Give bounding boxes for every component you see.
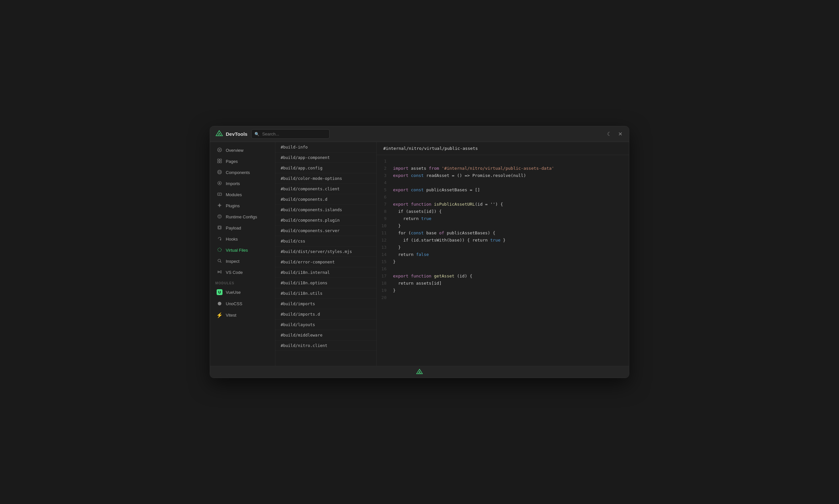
line-number: 2 [377, 165, 393, 172]
sidebar-label-vs-code: VS Code [226, 270, 243, 275]
code-line: 13 } [377, 244, 629, 251]
file-list-item[interactable]: #build/i18n.internal [276, 267, 377, 278]
code-header: #internal/nitro/virtual/public-assets [377, 142, 629, 155]
file-list-item[interactable]: #build/error-component [276, 257, 377, 267]
line-number: 5 [377, 186, 393, 194]
sidebar-label-runtime-configs: Runtime Configs [226, 214, 257, 219]
svg-point-13 [219, 217, 220, 218]
code-line: 9 return true [377, 215, 629, 222]
svg-rect-3 [220, 159, 222, 161]
file-list-item[interactable]: #build/components.client [276, 184, 377, 194]
overview-icon [216, 147, 223, 153]
file-list-item[interactable]: #build/components.d [276, 194, 377, 205]
file-list-item[interactable]: #build/color-mode-options [276, 173, 377, 184]
line-number: 14 [377, 251, 393, 258]
file-list-item[interactable]: #build/components.server [276, 226, 377, 236]
code-line: 7export function isPublicAssetURL(id = '… [377, 201, 629, 208]
logo-icon [215, 130, 223, 138]
file-list-item[interactable]: #build/imports.d [276, 309, 377, 320]
search-input[interactable] [251, 129, 330, 139]
sidebar-item-payload[interactable]: Payload [211, 222, 274, 233]
payload-icon [216, 225, 223, 231]
sidebar-item-pages[interactable]: Pages [211, 156, 274, 167]
theme-toggle-button[interactable]: ☾ [606, 130, 613, 139]
code-line: 15} [377, 258, 629, 265]
file-list-item[interactable]: #build/components.plugin [276, 215, 377, 226]
sidebar-item-vueuse[interactable]: U VueUse [211, 287, 274, 298]
app-logo: DevTools [215, 130, 247, 138]
search-bar[interactable]: 🔍 [251, 129, 330, 139]
line-number: 12 [377, 237, 393, 244]
virtual-files-icon [216, 248, 223, 253]
sidebar-item-unocss[interactable]: UnoCSS [211, 298, 274, 309]
line-code: } [393, 244, 629, 251]
file-list-item[interactable]: #build/i18n.utils [276, 288, 377, 299]
sidebar-item-imports[interactable]: Imports [211, 178, 274, 189]
close-button[interactable]: ✕ [617, 130, 624, 139]
file-list-item[interactable]: #build/app-component [276, 152, 377, 163]
line-number: 13 [377, 244, 393, 251]
modules-icon [216, 192, 223, 197]
code-line: 19} [377, 287, 629, 294]
modules-section-label: MODULES [210, 278, 275, 286]
sidebar: Overview Pages Components Imports [210, 142, 276, 366]
line-number: 17 [377, 273, 393, 280]
svg-point-6 [217, 170, 222, 174]
code-line: 18 return assets[id] [377, 280, 629, 287]
line-number: 8 [377, 208, 393, 215]
file-list-item[interactable]: #build/components.islands [276, 205, 377, 215]
vscode-icon [216, 270, 223, 275]
code-line: 20 [377, 294, 629, 301]
file-list-item[interactable]: #build/css [276, 236, 377, 247]
line-number: 10 [377, 222, 393, 230]
sidebar-label-vitest: Vitest [226, 313, 236, 318]
line-code: export function isPublicAssetURL(id = ''… [393, 201, 629, 208]
sidebar-item-modules[interactable]: Modules [211, 189, 274, 200]
file-list-item[interactable]: #build/middleware [276, 330, 377, 340]
bottom-logo-icon [416, 369, 423, 375]
sidebar-label-hooks: Hooks [226, 237, 238, 241]
sidebar-label-inspect: Inspect [226, 259, 240, 264]
code-line: 16 [377, 265, 629, 273]
code-line: 10 } [377, 222, 629, 230]
sidebar-item-inspect[interactable]: Inspect [211, 256, 274, 267]
line-code: if (id.startsWith(base)) { return true } [393, 237, 629, 244]
file-list-item[interactable]: #build/imports [276, 299, 377, 309]
line-code: import assets from '#internal/nitro/virt… [393, 165, 629, 172]
line-code: return assets[id] [393, 280, 629, 287]
inspect-icon [216, 258, 223, 264]
code-line: 1 [377, 158, 629, 165]
file-list-item[interactable]: #build/dist/server/styles.mjs [276, 247, 377, 257]
sidebar-label-components: Components [226, 170, 250, 175]
sidebar-label-imports: Imports [226, 181, 240, 186]
sidebar-item-runtime-configs[interactable]: Runtime Configs [211, 212, 274, 222]
file-list-item[interactable]: #build-info [276, 142, 377, 152]
sidebar-item-hooks[interactable]: Hooks [211, 234, 274, 245]
code-panel: #internal/nitro/virtual/public-assets 12… [377, 142, 629, 366]
code-line: 3export const readAsset = () => Promise.… [377, 172, 629, 179]
code-line: 4 [377, 179, 629, 186]
sidebar-item-virtual-files[interactable]: Virtual Files [211, 245, 274, 256]
sidebar-item-vs-code[interactable]: VS Code [211, 267, 274, 278]
file-list-item[interactable]: #build/app.config [276, 163, 377, 173]
line-code: if (assets[id]) { [393, 208, 629, 215]
sidebar-label-payload: Payload [226, 226, 241, 231]
sidebar-item-components[interactable]: Components [211, 167, 274, 178]
line-number: 7 [377, 201, 393, 208]
svg-rect-4 [217, 161, 219, 163]
svg-rect-15 [219, 227, 221, 229]
svg-point-9 [219, 183, 220, 184]
line-code: return true [393, 215, 629, 222]
file-list-item[interactable]: #build/nitro.client [276, 340, 377, 351]
line-number: 3 [377, 172, 393, 179]
line-number: 19 [377, 287, 393, 294]
sidebar-item-vitest[interactable]: ⚡ Vitest [211, 309, 274, 321]
file-list-item[interactable]: #build/i18n.options [276, 278, 377, 288]
sidebar-label-plugins: Plugins [226, 203, 240, 208]
sidebar-item-plugins[interactable]: Plugins [211, 200, 274, 211]
app-title: DevTools [226, 131, 247, 137]
code-line: 5export const publicAssetBases = [] [377, 186, 629, 194]
sidebar-item-overview[interactable]: Overview [211, 145, 274, 156]
svg-point-12 [218, 215, 222, 218]
file-list-item[interactable]: #build/layouts [276, 320, 377, 330]
